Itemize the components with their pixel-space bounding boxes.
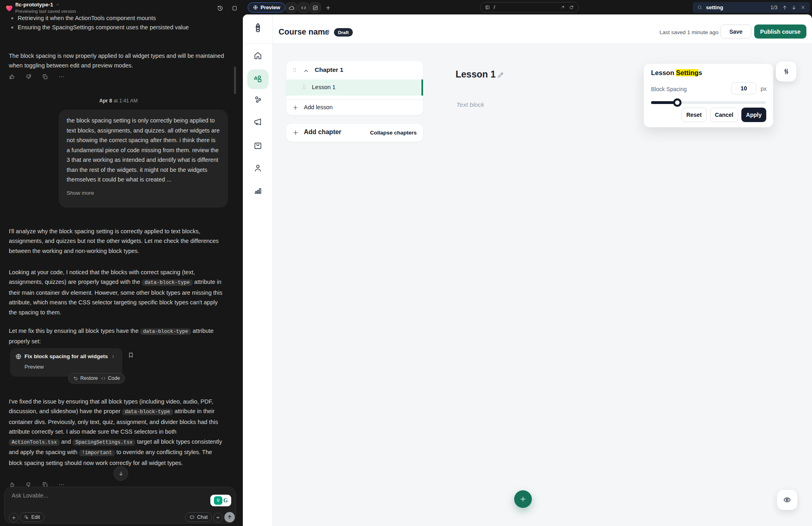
message-actions [9, 73, 65, 80]
voice-input-button[interactable] [213, 513, 223, 522]
rocket-logo-icon[interactable] [252, 22, 264, 34]
globe-icon [253, 5, 258, 10]
assistant-paragraph: Let me fix this by ensuring all block ty… [9, 326, 224, 347]
panel-toggle-icon[interactable] [232, 5, 238, 12]
settings-toggle-button[interactable] [776, 61, 796, 82]
grammarly-g-icon: G [224, 497, 228, 504]
grammarly-extension-badge[interactable]: G [210, 495, 231, 506]
message-timestamp: Apr 8at 1:41 AM [0, 98, 237, 104]
chat-input[interactable] [11, 492, 165, 499]
search-prev-icon[interactable] [782, 5, 788, 10]
preview-url-bar[interactable]: / [480, 2, 579, 12]
open-external-icon[interactable] [560, 5, 565, 10]
lovable-chat-panel: flc-prototype-1 Previewing last saved ve… [0, 0, 243, 526]
last-saved-text: Last saved 1 minute ago [659, 29, 718, 35]
analytics-button[interactable] [309, 2, 321, 13]
add-lesson-button[interactable]: Add lesson [286, 100, 423, 115]
collapse-chapter-icon[interactable] [303, 68, 309, 74]
inline-code: ActionTools.tsx [9, 439, 60, 446]
search-close-icon[interactable] [800, 5, 806, 10]
eye-icon [783, 495, 792, 504]
sidebar-item-profile[interactable] [253, 163, 263, 173]
restore-button[interactable]: Restore [73, 375, 98, 381]
edit-title-icon[interactable] [324, 29, 330, 36]
plus-icon [292, 104, 299, 111]
inline-code: data-block-type [142, 279, 193, 286]
code-view-button[interactable] [298, 2, 309, 13]
add-chapter-button[interactable]: Add chapter [304, 128, 341, 136]
drag-handle-icon[interactable] [291, 67, 298, 73]
sidebar-item-home[interactable] [253, 51, 263, 61]
thumbs-down-icon[interactable] [25, 73, 32, 80]
block-spacing-input[interactable] [731, 82, 756, 94]
inline-code: SpacingSettings.tsx [73, 439, 136, 446]
sidebar-item-analytics[interactable] [253, 185, 263, 195]
version-actions-pill: Restore Code [68, 373, 125, 383]
scroll-to-bottom-button[interactable] [114, 466, 128, 481]
lesson-settings-panel: Lesson Settings Block Spacing px Reset C… [644, 64, 773, 127]
search-input-value[interactable]: setting [706, 4, 767, 10]
attach-button[interactable] [9, 513, 18, 522]
apply-button[interactable]: Apply [741, 108, 766, 122]
sidebar-item-content-blocks[interactable] [253, 74, 263, 84]
sidebar-item-marketing[interactable] [253, 117, 263, 127]
chat-mode-button[interactable]: Chat [185, 512, 212, 522]
cancel-button[interactable]: Cancel [710, 108, 738, 122]
collapse-chapters-button[interactable]: Collapse chapters [370, 130, 417, 136]
code-button[interactable]: Code [101, 375, 120, 381]
bookmark-icon[interactable] [128, 352, 134, 359]
lesson-title: Lesson 1 [312, 84, 336, 90]
copy-icon[interactable] [42, 73, 48, 80]
project-name-menu[interactable]: flc-prototype-1 [15, 2, 60, 8]
block-spacing-slider[interactable] [651, 101, 766, 104]
history-icon[interactable] [217, 5, 224, 12]
find-in-page-bar[interactable]: setting 1/3 [693, 2, 810, 13]
search-highlight: Setting [676, 69, 698, 76]
version-card-subtitle: Preview [24, 364, 44, 370]
save-button[interactable]: Save [720, 24, 751, 39]
inline-code: data-block-type [140, 328, 191, 335]
chat-input-box[interactable]: Edit Chat G [4, 487, 236, 524]
globe-icon [15, 353, 22, 360]
edit-mode-button[interactable]: Edit [20, 512, 45, 522]
user-message-bubble: the block spacing setting is only correc… [59, 110, 228, 208]
edit-lesson-icon[interactable] [497, 71, 504, 79]
chapter-card: Chapter 1 Lesson 1 Add lesson [286, 61, 423, 115]
text-block-placeholder[interactable]: Text block [456, 101, 484, 108]
preview-mode-button[interactable]: Preview [248, 2, 285, 12]
course-header: Course name Draft Last saved 1 minute ag… [273, 14, 812, 44]
refresh-icon[interactable] [569, 5, 574, 10]
pointer-icon [24, 515, 29, 520]
assistant-bullet-list: Retrieving it when the ActionTools compo… [18, 14, 226, 32]
show-more-link[interactable]: Show more [67, 188, 220, 198]
thumbs-up-icon[interactable] [9, 73, 15, 80]
publish-cloud-button[interactable] [286, 2, 297, 13]
sidebar-item-community[interactable] [253, 95, 263, 105]
chat-scrollbar[interactable] [234, 67, 236, 94]
more-options-icon[interactable] [58, 73, 65, 80]
sidebar-item-store[interactable] [253, 141, 263, 151]
add-block-fab[interactable] [514, 490, 532, 508]
version-card[interactable]: Fix block spacing for all widgets Previe… [10, 348, 122, 377]
bullet-item: Retrieving it when the ActionTools compo… [18, 14, 226, 23]
chevron-right-icon [111, 354, 116, 359]
bullet-item: Ensuring the SpacingSettings component u… [18, 23, 226, 32]
lesson-list-item[interactable]: Lesson 1 [286, 80, 423, 96]
inline-code: data-block-type [122, 409, 173, 415]
draft-status-badge: Draft [334, 28, 353, 37]
new-tab-button[interactable] [324, 2, 332, 13]
lovable-logo-icon[interactable] [5, 4, 14, 12]
send-button[interactable] [224, 512, 235, 522]
preview-toggle-button[interactable] [777, 490, 797, 510]
user-message-text: the block spacing setting is only correc… [67, 117, 220, 183]
lightbulb-icon [214, 496, 222, 505]
add-chapter-card: Add chapter Collapse chapters [286, 124, 423, 142]
publish-course-button[interactable]: Publish course [754, 24, 806, 39]
drag-handle-icon[interactable] [301, 84, 307, 90]
search-next-icon[interactable] [791, 5, 797, 10]
slider-thumb[interactable] [673, 98, 682, 107]
inline-code: !important [79, 450, 115, 456]
chapter-title[interactable]: Chapter 1 [315, 66, 344, 73]
search-icon [697, 5, 702, 10]
reset-button[interactable]: Reset [681, 108, 707, 122]
